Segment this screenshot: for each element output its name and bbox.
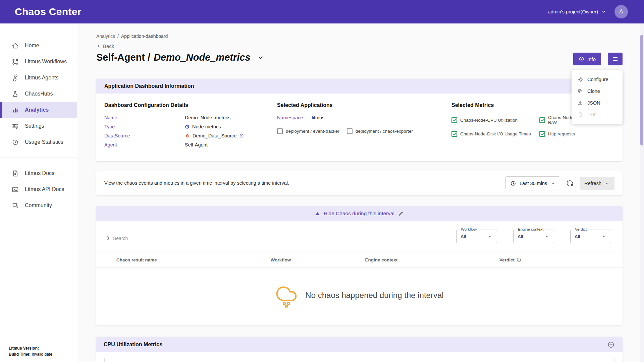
sidebar-nav: Home Litmus Workflows Litmus Agents Chao… — [0, 38, 77, 214]
link-icon — [12, 74, 19, 81]
checkbox-checked[interactable] — [451, 131, 457, 137]
clock-icon — [510, 180, 516, 186]
info-circle-icon[interactable] — [517, 257, 521, 262]
project-selector[interactable]: admin's project(Owner) — [548, 9, 606, 14]
time-range-select[interactable]: Last 30 mins — [505, 176, 560, 190]
sidebar-item-litmus-api-docs[interactable]: Litmus API Docs — [0, 181, 77, 197]
sidebar-item-label: Analytics — [25, 107, 49, 113]
checkbox-checked[interactable] — [451, 117, 457, 123]
configuration-heading: Dashboard Configuration Details — [104, 102, 277, 108]
scrollbar-thumb[interactable] — [640, 35, 643, 145]
time-range-value: Last 30 mins — [520, 181, 547, 186]
workflow-filter-label: Workflow — [459, 227, 478, 231]
breadcrumb: Analytics / Application-dashboard — [96, 34, 623, 39]
search-input[interactable] — [113, 236, 151, 241]
time-interval-card: View the chaos events and metrics in a g… — [96, 171, 623, 195]
sidebar-item-litmus-docs[interactable]: Litmus Docs — [0, 165, 77, 181]
checkbox-label: Http requests — [548, 131, 575, 136]
workflow-filter: Workflow All — [456, 230, 497, 243]
name-label: Name — [104, 115, 185, 120]
verdict-filter-label: Verdict — [573, 227, 588, 231]
checkbox-label: Chaos-Node-Disk I/O Usage Times — [460, 131, 531, 136]
dashboard-info-card: Application Dashboard Information Dashbo… — [96, 79, 623, 161]
pencil-icon[interactable] — [398, 211, 404, 216]
checkbox-label: Chaos-Node-CPU Utilization — [460, 118, 518, 123]
refresh-icon-button[interactable] — [565, 178, 575, 189]
external-link-icon[interactable] — [239, 133, 244, 138]
cloud-icon — [275, 282, 298, 308]
name-value: Demo_Node_metrics — [185, 115, 230, 120]
avatar[interactable]: A — [614, 5, 628, 18]
download-icon — [578, 100, 583, 106]
engine-context-filter-label: Engine context — [516, 227, 545, 231]
sidebar-item-usage-statistics[interactable]: Usage Statistics — [0, 134, 77, 150]
dashboard-switcher-chevron[interactable] — [256, 53, 265, 62]
main-content: Analytics / Application-dashboard Back S… — [77, 23, 644, 362]
breadcrumb-analytics[interactable]: Analytics — [96, 34, 115, 39]
context-menu: Configure Clone JSON PDF — [572, 70, 623, 124]
sidebar-divider — [0, 158, 77, 158]
bar-chart-icon — [12, 107, 19, 114]
sidebar-item-label: ChaosHubs — [25, 91, 53, 97]
selected-applications: Selected Applications Namespace litmus d… — [277, 102, 451, 151]
workflow-filter-select[interactable]: All — [456, 230, 497, 243]
refresh-button[interactable]: Refresh — [580, 177, 614, 190]
sidebar: Home Litmus Workflows Litmus Agents Chao… — [0, 23, 77, 362]
column-verdict: Verdict — [499, 257, 515, 262]
application-checkbox-event-tracker[interactable]: deployment / event-tracker — [277, 128, 339, 134]
interval-description: View the chaos events and metrics in a g… — [104, 180, 292, 187]
column-engine-context: Engine context — [365, 257, 499, 262]
sidebar-item-analytics[interactable]: Analytics — [0, 102, 77, 118]
build-time-label: Build Time: — [9, 352, 31, 357]
namespace-value: litmus — [312, 115, 324, 120]
collapse-section-button[interactable] — [607, 341, 615, 349]
sliders-icon — [12, 123, 19, 130]
metric-checkbox-disk-io-times[interactable]: Chaos-Node-Disk I/O Usage Times — [451, 131, 532, 137]
chevron-down-icon — [488, 234, 493, 239]
checkbox-checked[interactable] — [539, 131, 545, 137]
checkbox-checked[interactable] — [539, 117, 545, 123]
application-checkbox-chaos-exporter[interactable]: deployment / chaos-exporter — [347, 128, 413, 134]
info-button[interactable]: Info — [573, 53, 601, 65]
menu-item-pdf[interactable]: PDF — [572, 109, 623, 120]
menu-item-label: JSON — [587, 100, 600, 106]
metric-checkbox-cpu-utilization[interactable]: Chaos-Node-CPU Utilization — [451, 115, 532, 125]
agent-value: Self-Agent — [185, 142, 208, 147]
menu-item-label: PDF — [587, 112, 597, 117]
type-value: Node metrics — [192, 124, 221, 129]
menu-item-json[interactable]: JSON — [572, 97, 623, 109]
app-title: Chaos Center — [15, 6, 82, 17]
sidebar-item-label: Settings — [25, 123, 44, 129]
sidebar-item-chaoshubs[interactable]: ChaosHubs — [0, 86, 77, 102]
search-field[interactable] — [105, 236, 156, 243]
minus-circle-icon — [607, 341, 614, 348]
top-header: Chaos Center admin's project(Owner) A — [0, 0, 644, 23]
back-button[interactable]: Back — [96, 43, 114, 49]
checkbox-unchecked[interactable] — [277, 128, 283, 134]
chaos-collapse-header[interactable]: Hide Chaos during this interval — [96, 206, 623, 221]
menu-item-configure[interactable]: Configure — [572, 73, 623, 85]
chevron-left-icon — [96, 44, 101, 49]
terminal-icon — [12, 186, 19, 193]
checkbox-unchecked[interactable] — [347, 128, 353, 134]
cpu-metrics-header: CPU Utilization Metrics — [96, 337, 623, 352]
sidebar-item-label: Litmus Workflows — [25, 59, 67, 65]
engine-context-filter-select[interactable]: All — [513, 230, 554, 243]
vertical-scrollbar[interactable] — [640, 23, 644, 362]
sidebar-item-home[interactable]: Home — [0, 38, 77, 54]
verdict-filter-select[interactable]: All — [570, 230, 611, 243]
build-time-value: Invalid date — [32, 352, 52, 357]
menu-button[interactable] — [608, 53, 623, 65]
avatar-letter: A — [619, 8, 623, 15]
chat-icon — [12, 202, 19, 209]
sidebar-item-litmus-workflows[interactable]: Litmus Workflows — [0, 54, 77, 70]
sidebar-item-litmus-agents[interactable]: Litmus Agents — [0, 70, 77, 86]
menu-item-clone[interactable]: Clone — [572, 85, 623, 97]
agent-label: Agent — [104, 142, 185, 147]
sidebar-item-community[interactable]: Community — [0, 197, 77, 214]
workflow-filter-value: All — [461, 234, 466, 239]
sidebar-item-label: Litmus Docs — [25, 170, 54, 176]
metric-checkbox-http-requests[interactable]: Http requests — [539, 131, 614, 137]
chevron-down-icon — [602, 234, 607, 239]
sidebar-item-settings[interactable]: Settings — [0, 118, 77, 134]
